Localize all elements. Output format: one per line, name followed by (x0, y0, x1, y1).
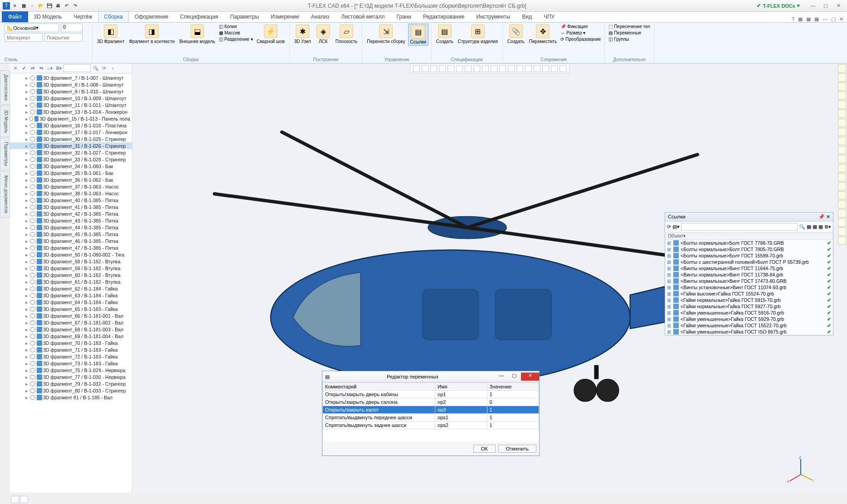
tree-row[interactable]: ▸3D фрагмент_42 / B-1-385 - Пятка (10, 210, 132, 217)
rt-ic-19[interactable] (838, 228, 846, 236)
links-f4-icon[interactable]: ≣▾ (824, 224, 831, 230)
style-combo[interactable]: 📐 Основной ▾ (5, 24, 59, 32)
vtab-docmenu[interactable]: Меню документов (0, 171, 10, 218)
visibility-icon[interactable] (30, 327, 35, 332)
links-row[interactable]: ⊞<Болты нормальные>Болт ГОСТ 7805-70.GRB… (665, 246, 833, 252)
visibility-icon[interactable] (30, 178, 35, 182)
links-row[interactable]: ⊞<Болты нормальные>Болт ГОСТ 7798-70.GRB… (665, 240, 833, 246)
btn-plane[interactable]: ▱Плоскость (334, 24, 360, 45)
links-list[interactable]: ⊞<Болты нормальные>Болт ГОСТ 7798-70.GRB… (665, 240, 833, 335)
var-row[interactable]: Открыть/закрыть дверь кабиныop11 (323, 391, 539, 398)
var-cell-comment[interactable]: Спрятать/выдвинуть переднее шасси (323, 414, 435, 422)
tab-faces[interactable]: Грани (390, 11, 417, 22)
links-row[interactable]: ⊞<Гайки высокие>Гайка ГОСТ 15524-70.grb✔ (665, 291, 833, 297)
visibility-icon[interactable] (30, 280, 35, 284)
style-spinner[interactable]: 0 (61, 24, 83, 32)
links-row[interactable]: ⊞<Гайки уменьшенные>Гайка ГОСТ 5916-70.g… (665, 310, 833, 316)
vp-ic-2[interactable] (422, 65, 428, 72)
visibility-icon[interactable] (30, 252, 35, 257)
btn-ctx-fragment[interactable]: ◨Фрагмент в контексте (127, 24, 176, 45)
rt-ic-2[interactable] (838, 73, 846, 82)
vp-ic-7[interactable] (465, 65, 472, 72)
qat-new-icon[interactable]: ▦ (20, 2, 27, 10)
btn-mate-move[interactable]: ✥Переместить (527, 24, 559, 45)
tree-refresh-icon[interactable]: ⟳ (101, 65, 108, 72)
visibility-icon[interactable] (30, 96, 35, 101)
tree-row[interactable]: ▸3D фрагмент 81 / B-1-185 - Вал (10, 394, 132, 401)
tree-list-icon[interactable]: ≣▾ (55, 65, 62, 72)
visibility-icon[interactable] (30, 232, 35, 237)
tree-row[interactable]: ▸3D фрагмент_36 / B-1-062 - Бак (10, 176, 132, 183)
tree-row[interactable]: ▸3D фрагмент_13 / B-1-014 - Лонжерон (10, 108, 132, 115)
vp-ic-8[interactable] (473, 65, 480, 72)
btn-mate-create[interactable]: 📎Создать (506, 24, 526, 45)
links-row[interactable]: ⊞<Гайки уменьшенные>Гайка ГОСТ 15522-70.… (665, 322, 833, 329)
visibility-icon[interactable] (30, 137, 35, 141)
visibility-icon[interactable] (30, 89, 35, 94)
tab-spec[interactable]: Спецификация (174, 11, 224, 22)
tree-row[interactable]: ▸3D фрагмент_35 / B-1-061 - Бак (10, 170, 132, 176)
btn-lsk[interactable]: ◈ЛСК (314, 24, 333, 45)
tree-row[interactable]: ▸3D фрагмент_72 / B-1-183 - Гайка (10, 353, 132, 360)
qat-menu-icon[interactable]: ≡ (11, 2, 19, 10)
links-f3-icon[interactable]: ▦ (818, 224, 823, 230)
vp-ic-16[interactable] (542, 65, 549, 72)
tree-row[interactable]: ▸3D фрагмент_32 / B-1-027 - Стрингер (10, 149, 132, 156)
tree-collapse-icon[interactable]: ⇆ (38, 65, 45, 72)
var-col-name[interactable]: Имя (435, 383, 487, 391)
visibility-icon[interactable] (30, 212, 35, 216)
visibility-icon[interactable] (30, 273, 35, 277)
rt-ic-17[interactable] (838, 209, 846, 218)
visibility-icon[interactable] (30, 361, 35, 366)
links-pin-icon[interactable]: 📌 (818, 214, 825, 219)
btn-3d-node[interactable]: ✱3D Узел (292, 24, 313, 45)
vtab-3dmodel[interactable]: 3D Модель (0, 106, 10, 137)
visibility-icon[interactable] (30, 375, 35, 379)
var-dialog-header[interactable]: ▤ Редактор переменных — ▢ ✕ (322, 371, 539, 383)
links-tree-icon[interactable]: ▤▾ (672, 224, 680, 230)
visibility-icon[interactable] (30, 191, 35, 196)
vp-ic-4[interactable] (439, 65, 446, 72)
tree-row[interactable]: ▸3D фрагмент_65 / B-1-183 - Гайка (10, 305, 132, 312)
tree-row[interactable]: ▸3D фрагмент_47 / B-1-385 - Пятка (10, 244, 132, 251)
btn-ext-model[interactable]: ⬓Внешняя модель (177, 24, 217, 45)
tree-row[interactable]: ▸3D фрагмент_8 / B-1-008 - Шпангоут (10, 81, 132, 88)
tree-search-icon[interactable]: 🔍 (92, 65, 99, 72)
visibility-icon[interactable] (30, 334, 35, 339)
tree-row[interactable]: ▸3D фрагмент_43 / B-1-385 - Пятка (10, 217, 132, 224)
vtab-diag[interactable]: Диагностика (0, 70, 10, 105)
btn-move-asm[interactable]: ⇲Перенести сборку (365, 24, 407, 45)
btn-fix[interactable]: 📌 Фиксация (560, 24, 602, 29)
var-cell-name[interactable]: ops2 (435, 422, 487, 429)
btn-dim[interactable]: ↔ Размер ▾ (560, 30, 602, 36)
tree-row[interactable]: ▸3D фрагмент_38 / B-1-063 - Насос (10, 190, 132, 197)
btn-spec-create[interactable]: ▤Создать (434, 24, 455, 45)
visibility-icon[interactable] (30, 76, 35, 80)
minimize-button[interactable]: — (808, 3, 818, 9)
tree-row[interactable]: ▸3D фрагмент_73 / B-1-183 - Гайка (10, 360, 132, 367)
tree-row[interactable]: ▸3D фрагмент_17 / B-1-017 - Лонжерон (10, 129, 132, 136)
var-cell-value[interactable]: 1 (487, 414, 539, 422)
qat-save-icon[interactable]: 💾 (46, 2, 53, 10)
visibility-icon[interactable] (30, 82, 35, 87)
tree-row[interactable]: ▸3D фрагмент_71 / B-1-183 - Гайка (10, 346, 132, 353)
visibility-icon[interactable] (30, 123, 35, 128)
tab-edit[interactable]: Редактирование (417, 11, 470, 22)
tab-sheet[interactable]: Листовой металл (335, 11, 390, 22)
visibility-icon[interactable] (30, 300, 35, 305)
vp-ic-18[interactable] (560, 65, 566, 72)
rt-ic-4[interactable] (838, 92, 846, 100)
vp-ic-10[interactable] (491, 65, 497, 72)
visibility-icon[interactable] (30, 225, 35, 230)
tree-row[interactable]: ▸3D фрагмент_31 / B-1-026 - Стрингер (10, 142, 132, 149)
vp-ic-17[interactable] (551, 65, 558, 72)
vp-ic-5[interactable] (448, 65, 454, 72)
visibility-icon[interactable] (30, 341, 35, 345)
tree-row[interactable]: ▸3D фрагмент_58 / B-1-182 - Втулка (10, 258, 132, 265)
ribbon-opt3-icon[interactable]: ▦ (814, 16, 819, 22)
rt-ic-20[interactable] (838, 237, 846, 245)
btn-transform[interactable]: ⟳ Преобразование (560, 36, 602, 42)
var-cell-comment[interactable]: Открыть/закрыть дверь кабины (323, 391, 435, 398)
btn-split[interactable]: ◫ Разделение ▾ (218, 36, 254, 42)
var-row[interactable]: Открыть/закрыть капотop31 (323, 406, 539, 414)
